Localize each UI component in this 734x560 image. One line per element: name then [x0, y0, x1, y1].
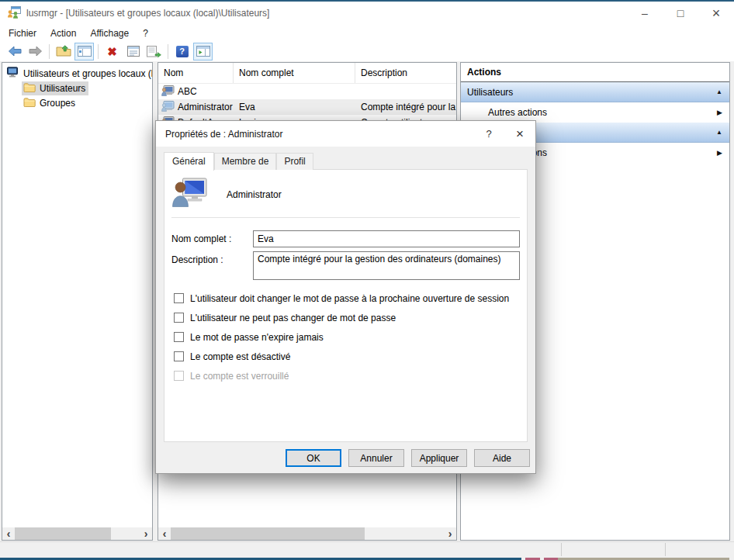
- checkbox-icon[interactable]: [174, 332, 184, 342]
- help-icon[interactable]: ?: [172, 43, 192, 60]
- checkbox-icon[interactable]: [174, 293, 184, 303]
- tab-membre-de[interactable]: Membre de: [214, 153, 277, 170]
- menu-affichage[interactable]: Affichage: [83, 26, 136, 40]
- menu-fichier[interactable]: Fichier: [2, 26, 43, 40]
- taskbar-edge: [0, 557, 734, 560]
- dialog-close-button[interactable]: ×: [504, 121, 535, 147]
- ok-button[interactable]: OK: [286, 449, 341, 467]
- collapse-icon[interactable]: ▲: [716, 129, 722, 136]
- show-action-pane-icon[interactable]: [193, 43, 213, 60]
- maximize-button[interactable]: □: [663, 2, 698, 25]
- forward-icon[interactable]: [26, 43, 45, 60]
- properties-icon[interactable]: [123, 43, 143, 60]
- dialog-tabs: Général Membre de Profil: [164, 153, 313, 170]
- checkbox-label: Le compte est verrouillé: [190, 371, 289, 382]
- full-name-input[interactable]: [253, 230, 520, 247]
- toolbar-separator: [98, 44, 99, 59]
- checkbox-label: L'utilisateur ne peut pas changer de mot…: [190, 313, 396, 323]
- statusbar-separator: [665, 543, 666, 556]
- cancel-button[interactable]: Annuler: [348, 449, 404, 467]
- checkbox-icon[interactable]: [174, 313, 184, 323]
- cell-nom: Administrator: [178, 102, 233, 112]
- checkbox-password-never-expires[interactable]: Le mot de passe n'expire jamais: [174, 327, 521, 347]
- statusbar-separator: [561, 543, 562, 556]
- column-header-description[interactable]: Description: [355, 63, 456, 83]
- checkbox-label: Le mot de passe n'expire jamais: [190, 332, 324, 343]
- folder-icon: [23, 82, 36, 95]
- up-one-level-icon[interactable]: [54, 43, 73, 60]
- user-at-computer-icon: [172, 178, 208, 213]
- actions-section-utilisateurs[interactable]: Utilisateurs ▲: [461, 82, 729, 102]
- actions-section-label: Utilisateurs: [467, 87, 513, 98]
- submenu-arrow-icon: ▶: [717, 109, 722, 116]
- tab-profil[interactable]: Profil: [276, 153, 313, 170]
- dialog-help-button[interactable]: ?: [473, 121, 504, 147]
- action-item-label: Autres actions: [488, 107, 547, 118]
- tree-horizontal-scrollbar[interactable]: ‹ ›: [2, 527, 152, 540]
- tree-item-utilisateurs[interactable]: Utilisateurs: [2, 81, 152, 95]
- user-row-administrator[interactable]: Administrator Eva Compte intégré pour la: [158, 99, 456, 115]
- user-name-label: Administrator: [227, 189, 282, 200]
- tab-general[interactable]: Général: [164, 152, 214, 171]
- apply-button[interactable]: Appliquer: [411, 449, 467, 467]
- column-header-nom-complet[interactable]: Nom complet: [234, 63, 355, 83]
- title-bar[interactable]: lusrmgr - [Utilisateurs et groupes locau…: [0, 2, 734, 25]
- description-input[interactable]: Compte intégré pour la gestion des ordin…: [253, 251, 520, 280]
- window-controls: – □ ×: [627, 2, 734, 25]
- list-horizontal-scrollbar[interactable]: ‹ ›: [158, 527, 456, 540]
- scroll-thumb[interactable]: [171, 527, 365, 540]
- tree-root-local-users-groups[interactable]: Utilisateurs et groupes locaux (local): [2, 66, 152, 81]
- checkbox-must-change-password[interactable]: L'utilisateur doit changer le mot de pas…: [174, 289, 521, 308]
- close-button[interactable]: ×: [698, 2, 734, 25]
- tree-item-label: Utilisateurs: [40, 83, 85, 94]
- tree-root-label: Utilisateurs et groupes locaux (local): [23, 68, 152, 79]
- scroll-right-icon[interactable]: ›: [444, 527, 456, 540]
- user-icon: [161, 101, 175, 114]
- delete-icon[interactable]: ✖: [102, 43, 122, 60]
- checkbox-label: Le compte est désactivé: [190, 351, 290, 362]
- menu-action[interactable]: Action: [43, 26, 83, 40]
- checkbox-account-disabled[interactable]: Le compte est désactivé: [174, 347, 521, 366]
- actions-panel-title: Actions: [461, 63, 729, 82]
- export-list-icon[interactable]: [144, 43, 164, 60]
- cell-nom-complet: Eva: [234, 102, 355, 112]
- folder-icon: [23, 97, 36, 109]
- scroll-left-icon[interactable]: ‹: [2, 527, 15, 540]
- dialog-title: Propriétés de : Administrator: [165, 129, 282, 140]
- tree-item-groupes[interactable]: Groupes: [2, 95, 152, 110]
- full-name-field-row: Nom complet :: [171, 230, 520, 247]
- menu-bar: Fichier Action Affichage ?: [0, 25, 734, 41]
- user-identity-row: Administrator: [172, 178, 519, 212]
- scroll-left-icon[interactable]: ‹: [158, 527, 171, 540]
- column-header-nom[interactable]: Nom: [158, 63, 234, 83]
- computer-icon: [6, 67, 19, 81]
- properties-dialog: Propriétés de : Administrator ? × Généra…: [155, 120, 536, 474]
- show-console-tree-icon[interactable]: [74, 43, 94, 60]
- checkbox-icon: [174, 371, 184, 381]
- menu-help[interactable]: ?: [136, 26, 155, 40]
- divider: [171, 217, 520, 218]
- lusrmgr-window: lusrmgr - [Utilisateurs et groupes locau…: [0, 0, 734, 560]
- back-icon[interactable]: [5, 43, 24, 60]
- description-label: Description :: [171, 251, 253, 265]
- cell-nom: ABC: [178, 86, 197, 97]
- toolbar: ✖ ?: [0, 41, 734, 61]
- scroll-thumb[interactable]: [15, 527, 111, 540]
- checkbox-cannot-change-password[interactable]: L'utilisateur ne peut pas changer de mot…: [174, 308, 521, 327]
- checkbox-label: L'utilisateur doit changer le mot de pas…: [190, 293, 509, 304]
- user-row-abc[interactable]: ABC: [158, 84, 456, 99]
- cell-description: Compte intégré pour la: [355, 102, 456, 112]
- minimize-button[interactable]: –: [627, 2, 663, 25]
- status-bar: [0, 541, 734, 557]
- dialog-title-bar[interactable]: Propriétés de : Administrator ? ×: [156, 121, 535, 147]
- toolbar-separator: [49, 44, 50, 59]
- checkbox-icon[interactable]: [174, 351, 184, 361]
- submenu-arrow-icon: ▶: [717, 149, 722, 157]
- full-name-label: Nom complet :: [171, 230, 253, 244]
- app-icon: [7, 6, 21, 21]
- collapse-icon[interactable]: ▲: [716, 88, 722, 95]
- console-tree-panel: Utilisateurs et groupes locaux (local) U…: [2, 62, 153, 541]
- help-button[interactable]: Aide: [474, 449, 530, 467]
- description-field-row: Description : Compte intégré pour la ges…: [171, 251, 520, 280]
- scroll-right-icon[interactable]: ›: [140, 527, 152, 540]
